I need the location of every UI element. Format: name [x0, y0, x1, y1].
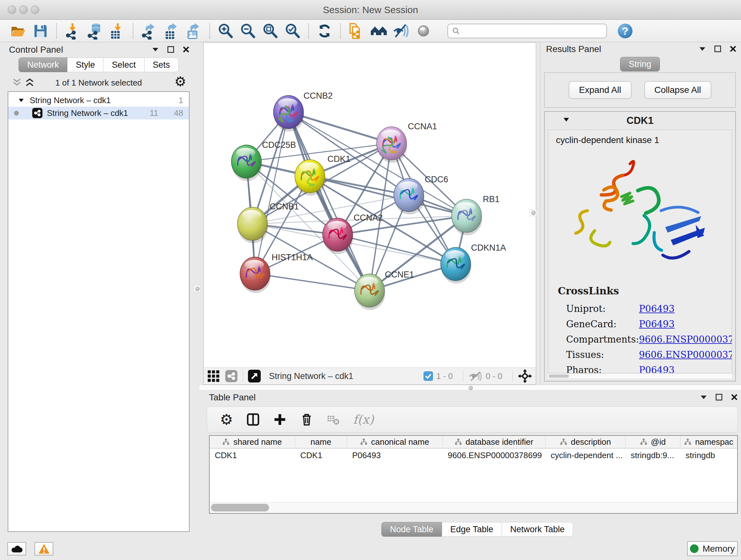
grid-view-icon[interactable] [207, 370, 219, 382]
cloud-status-button[interactable] [7, 542, 26, 556]
network-node-CCNE1[interactable]: CCNE1 [354, 270, 414, 310]
tab-edge-table[interactable]: Edge Table [442, 522, 502, 537]
right-splitter-handle[interactable] [530, 209, 537, 216]
tab-network[interactable]: Network [18, 57, 67, 72]
string-badge-icon[interactable] [225, 370, 238, 382]
panel-menu-caret-icon[interactable] [152, 47, 159, 52]
zoom-in-button[interactable] [216, 22, 235, 40]
show-columns-icon[interactable] [246, 413, 260, 426]
memory-button[interactable]: Memory [687, 541, 738, 556]
home-pages-button[interactable] [369, 22, 388, 40]
fit-content-crosshair-icon[interactable] [518, 369, 532, 383]
network-node-CDK1[interactable]: CDK1 [295, 154, 350, 196]
expand-all-button[interactable]: Expand All [569, 81, 631, 99]
network-node-CDKN1A[interactable]: CDKN1A [441, 243, 506, 284]
network-collection-label: String Network – cdk1 [30, 96, 111, 105]
node-table-header: shared name name canonical name database… [210, 436, 737, 449]
tree-expander-icon[interactable] [18, 98, 24, 103]
tab-node-table[interactable]: Node Table [381, 522, 442, 537]
splitter-handle-dot[interactable] [468, 386, 473, 390]
open-view-external-icon[interactable] [248, 370, 261, 382]
hide-panels-eye-button[interactable] [392, 22, 410, 40]
zoom-fit-button[interactable] [261, 22, 280, 40]
save-session-button[interactable] [31, 22, 50, 40]
selected-checkbox-icon[interactable] [423, 371, 433, 381]
network-edge-HIST1H1A-CCNE1[interactable] [255, 273, 369, 291]
results-entry-box: CDK1 cyclin-dependent kinase 1 [544, 111, 736, 381]
float-panel-icon[interactable] [714, 45, 721, 52]
network-node-RB1[interactable]: RB1 [452, 194, 500, 235]
column-header[interactable]: @id [625, 436, 680, 448]
export-table-to-file-button[interactable] [162, 22, 181, 40]
scrollbar-thumb[interactable] [211, 504, 269, 511]
svg-text:?: ? [622, 25, 629, 37]
column-header[interactable]: namespac [680, 436, 737, 448]
share-document-button[interactable] [347, 22, 366, 40]
import-table-from-file-button[interactable] [108, 22, 126, 40]
float-panel-icon[interactable] [716, 394, 723, 401]
delete-column-trash-icon[interactable] [300, 413, 313, 426]
add-column-icon[interactable] [273, 413, 286, 426]
network-edge-CCNB2-HIST1H1A[interactable] [255, 112, 288, 273]
zoom-selected-button[interactable] [283, 22, 302, 40]
import-network-from-database-button[interactable] [85, 22, 104, 40]
zoom-out-button[interactable] [239, 22, 257, 40]
tab-style[interactable]: Style [67, 57, 104, 72]
crosslink-pharos-link[interactable]: P06493 [639, 365, 675, 373]
tab-string[interactable]: String [620, 57, 660, 71]
hidden-eye-icon[interactable] [468, 371, 482, 381]
refresh-button[interactable] [315, 22, 334, 40]
column-header[interactable]: canonical name [347, 436, 443, 448]
export-network-to-file-button[interactable] [140, 22, 158, 40]
column-header[interactable]: shared name [210, 436, 295, 448]
network-options-gear-icon[interactable]: ⚙ [174, 75, 186, 89]
entry-header[interactable]: CDK1 [545, 112, 735, 129]
network-node-CCNB2[interactable]: CCNB2 [273, 91, 333, 132]
network-node-CCNA1[interactable]: CCNA1 [377, 122, 437, 163]
column-header[interactable]: description [546, 436, 626, 448]
network-canvas[interactable]: CCNB2CCNA1CDC25BCDK1CDC6RB1CCNB1CCNA2CDK… [204, 43, 536, 368]
tab-select[interactable]: Select [104, 57, 144, 72]
function-builder-icon[interactable]: f(x) [353, 413, 374, 427]
tab-network-table[interactable]: Network Table [502, 522, 574, 537]
table-settings-gear-icon[interactable]: ⚙ [220, 411, 233, 428]
crosslink-label: GeneCard: [558, 316, 639, 332]
warning-icon [38, 543, 50, 554]
table-panel-title: Table Panel [209, 392, 256, 402]
column-header[interactable]: name [295, 436, 347, 448]
network-node-HIST1H1A[interactable]: HIST1H1A [240, 253, 313, 293]
results-horizontal-scrollbar[interactable] [548, 374, 732, 378]
close-panel-icon[interactable] [731, 394, 738, 401]
search-input[interactable] [460, 26, 597, 36]
delete-table-icon[interactable] [327, 413, 340, 426]
panel-menu-caret-icon[interactable] [700, 395, 707, 399]
search-icon [452, 27, 460, 35]
crosslink-genecard-link[interactable]: P06493 [639, 319, 675, 329]
tab-sets[interactable]: Sets [145, 57, 179, 72]
close-panel-icon[interactable] [730, 45, 737, 52]
network-collection-row[interactable]: String Network – cdk1 1 [8, 94, 189, 107]
crosslink-label: Tissues: [558, 347, 639, 362]
horizontal-splitter[interactable] [199, 385, 741, 390]
table-horizontal-scrollbar[interactable] [210, 502, 737, 513]
column-header[interactable]: database identifier [443, 436, 546, 448]
import-network-from-file-button[interactable] [63, 22, 82, 40]
network-row-selected[interactable]: String Network – cdk1 11 48 [8, 107, 189, 119]
open-session-button[interactable] [9, 22, 27, 40]
show-panels-eye-button[interactable] [414, 22, 433, 40]
float-panel-icon[interactable] [167, 46, 174, 53]
export-image-button[interactable] [185, 22, 203, 40]
crosslink-uniprot-link[interactable]: P06493 [639, 303, 675, 314]
node-label-CCNB1: CCNB1 [270, 202, 299, 211]
crosslink-compartments-link[interactable]: 9606.ENSP00000378699 [639, 334, 732, 345]
close-panel-icon[interactable] [183, 46, 190, 53]
search-field[interactable] [448, 23, 607, 38]
table-row[interactable]: CDK1 CDK1 P06493 9606.ENSP00000378699 cy… [210, 449, 737, 462]
warnings-button[interactable] [35, 542, 53, 556]
window-title: Session: New Session [0, 4, 741, 15]
crosslink-tissues-link[interactable]: 9606.ENSP00000378699 [639, 349, 732, 360]
collapse-all-button[interactable]: Collapse All [644, 81, 711, 99]
help-button[interactable]: ? [616, 22, 634, 40]
left-splitter-handle[interactable] [194, 285, 201, 292]
panel-menu-caret-icon[interactable] [699, 47, 706, 51]
